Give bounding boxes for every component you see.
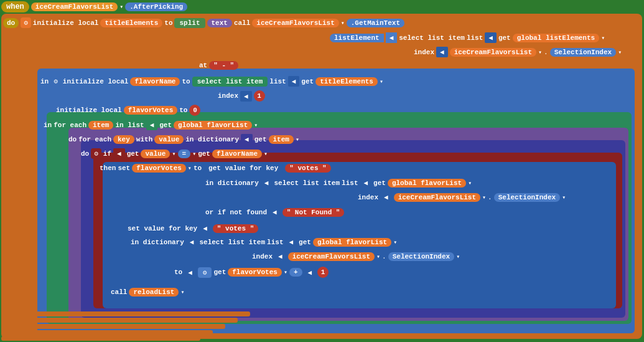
in-row1: in ⚙ initialize local flavorName to sele…	[40, 76, 383, 87]
index-label2: index	[218, 92, 238, 100]
list-connector3: ◀	[146, 120, 158, 130]
in-dictionary-label3: in dictionary	[131, 239, 184, 246]
to-label1: to	[164, 19, 172, 27]
dropdown7: ▾	[254, 121, 258, 129]
get-main-text[interactable]: .GetMainText	[347, 19, 404, 27]
dot-label1: .	[544, 49, 548, 56]
flavor-votes-pill[interactable]: flavorVotes	[124, 106, 178, 115]
to-label4: to	[194, 164, 202, 172]
reload-list-pill[interactable]: reloadList	[129, 288, 179, 297]
call-list-name[interactable]: iceCreamFlavorsList	[252, 19, 338, 27]
get-label4: get	[254, 136, 267, 143]
global-flavor-list3[interactable]: global flavorList	[313, 238, 391, 247]
dropdown15: ▾	[562, 194, 566, 201]
title-elements-pill[interactable]: titleElements	[100, 19, 162, 27]
index-row3: index ◀ iceCreamFlavorsList ▾ . Selectio…	[358, 192, 566, 202]
selection-index1[interactable]: SelectionIndex	[550, 48, 616, 57]
bar5	[1, 336, 200, 341]
flavor-votes-init-row: initialize local flavorVotes to 0	[56, 105, 200, 116]
num-one-pill2[interactable]: 1	[317, 267, 329, 278]
text-pill[interactable]: text	[207, 19, 232, 27]
in-dictionary-label1: in dictionary	[185, 136, 239, 143]
list-connector5: ◀	[285, 237, 297, 247]
or-if-not-found-row: or if not found ◀ " Not Found "	[205, 207, 344, 217]
equals-pill[interactable]: =	[178, 150, 191, 158]
at-label: at	[199, 62, 207, 69]
flavor-votes-pill2[interactable]: flavorVotes	[132, 164, 186, 173]
get-label5: get	[127, 150, 139, 158]
list-element-label: listElement	[330, 34, 384, 42]
index-list-name3[interactable]: iceCreamFlavorsList	[288, 252, 375, 261]
with-label: with	[136, 136, 152, 143]
dropdown2: ▾	[341, 19, 345, 27]
flavor-votes-pill3[interactable]: flavorVotes	[228, 268, 282, 277]
dot-label3: .	[382, 253, 386, 260]
global-flavor-list1[interactable]: global flavorList	[174, 121, 252, 130]
dict-connector2: ◀	[261, 178, 273, 188]
set-label1: set	[118, 164, 130, 172]
key-pill[interactable]: key	[113, 135, 134, 144]
dropdown9: ▾	[172, 150, 175, 158]
to-label5: to	[174, 268, 182, 276]
global-list-elements[interactable]: global listElements	[513, 34, 599, 42]
flavor-name-pill2[interactable]: flavorName	[212, 150, 262, 158]
index-row1: index ◀ iceCreamFlavorsList ▾ . Selectio…	[414, 47, 622, 57]
event-name-pill[interactable]: .AfterPicking	[125, 2, 187, 11]
initialize-label: initialize local	[33, 19, 99, 27]
split-block[interactable]: split	[174, 18, 205, 28]
list-name-pill[interactable]: iceCreamFlavorsList	[31, 2, 118, 11]
value-pill2[interactable]: value	[141, 150, 170, 158]
item-pill1[interactable]: item	[88, 121, 113, 130]
dropdown18: ▾	[456, 253, 460, 260]
item-pill2[interactable]: item	[269, 135, 294, 144]
for-each-label1: for each	[54, 121, 86, 129]
index-list-name1[interactable]: iceCreamFlavorsList	[450, 48, 536, 57]
list-label1: list	[467, 34, 483, 42]
votes-pill1[interactable]: " votes "	[285, 164, 330, 173]
index-connector1: ◀	[436, 47, 448, 57]
when-row: when iceCreamFlavorsList ▾ .AfterPicking	[1, 1, 187, 12]
list-label4: list	[267, 239, 283, 246]
flavor-name-pill[interactable]: flavorName	[130, 77, 180, 86]
dropdown10: ▾	[192, 150, 196, 158]
gear-icon: ⚙	[21, 17, 31, 28]
dropdown14: ▾	[482, 194, 486, 201]
value-pill1[interactable]: value	[154, 135, 184, 144]
plus-pill[interactable]: +	[289, 268, 302, 277]
bar4	[1, 330, 213, 335]
num-one-pill[interactable]: 1	[254, 90, 265, 102]
do-row: do ⚙ initialize local titleElements to s…	[3, 17, 404, 28]
dict-connector3: ◀	[186, 237, 198, 247]
dropdown3: ▾	[601, 34, 605, 42]
select-list-item-label3: select list item	[199, 239, 265, 246]
set-value-connector: ◀	[199, 223, 211, 234]
in-label2: in	[44, 121, 52, 129]
selection-index2[interactable]: SelectionIndex	[494, 193, 560, 202]
votes-pill2[interactable]: " votes "	[213, 224, 258, 233]
when-label: when	[1, 1, 29, 12]
title-elements-pill2[interactable]: titleElements	[315, 77, 378, 86]
index-label1: index	[414, 49, 434, 56]
block-editor: when iceCreamFlavorsList ▾ .AfterPicking…	[0, 0, 644, 342]
list-connector2: ◀	[288, 76, 300, 87]
zero-pill[interactable]: 0	[189, 105, 200, 116]
index-row4: index ◀ iceCreamFlavorsList ▾ . Selectio…	[252, 251, 460, 262]
get-label8: get	[299, 239, 311, 246]
dict-connector1: ◀	[241, 134, 253, 145]
separator-pill[interactable]: " - "	[209, 61, 238, 70]
select-list-item-block[interactable]: select list item	[192, 77, 268, 87]
initialize-label3: initialize local	[56, 107, 122, 114]
dropdown19: ▾	[284, 268, 287, 276]
get-value-for-key-block[interactable]: get value for key	[203, 163, 283, 173]
selection-index3[interactable]: SelectionIndex	[388, 252, 454, 261]
for-each-key-row: do for each key with value in dictionary…	[68, 134, 299, 145]
bar2	[1, 318, 238, 323]
to-flavor-votes-row: to ◀ ⚙ get flavorVotes ▾ + ◀ 1	[174, 267, 329, 278]
index-list-name2[interactable]: iceCreamFlavorsList	[394, 193, 480, 202]
not-found-pill[interactable]: " Not Found "	[282, 208, 345, 217]
dropdown13: ▾	[468, 179, 472, 187]
dropdown4: ▾	[538, 49, 542, 56]
global-flavor-list2[interactable]: global flavorList	[388, 179, 466, 188]
at-row: at " - "	[199, 61, 238, 70]
then-label: then	[100, 164, 116, 172]
